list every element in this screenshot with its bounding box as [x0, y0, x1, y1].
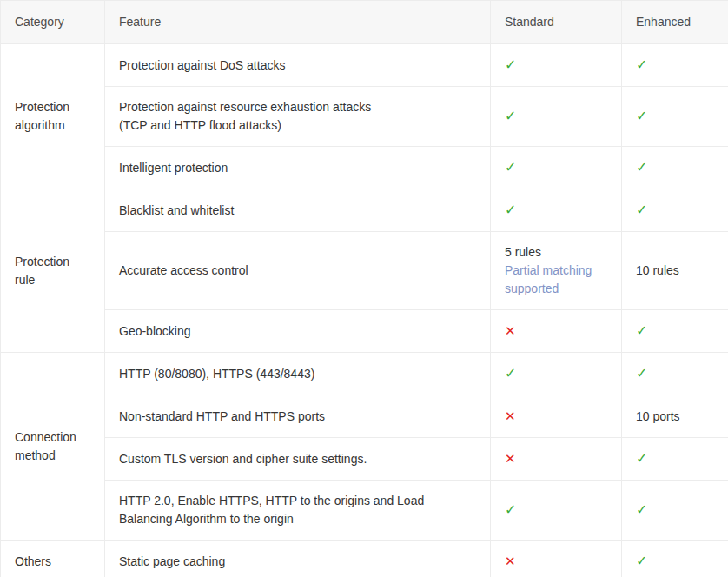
- category-cell-protection-algorithm: Protection algorithm: [1, 44, 105, 189]
- check-icon: ✓: [505, 502, 516, 517]
- category-cell-protection-rule: Protection rule: [1, 189, 105, 353]
- check-icon: ✓: [505, 57, 516, 72]
- check-icon: ✓: [636, 109, 647, 123]
- enhanced-cell: ✓: [622, 44, 728, 87]
- standard-cell: ✓: [491, 87, 622, 147]
- enhanced-cell: ✓: [622, 438, 728, 481]
- check-icon: ✓: [636, 502, 647, 517]
- enhanced-cell: ✓: [622, 353, 728, 395]
- enhanced-value: 10 rules: [636, 263, 679, 277]
- standard-cell: ✕: [491, 541, 622, 577]
- cross-icon: ✕: [505, 408, 516, 423]
- feature-cell: Protection against DoS attacks: [105, 44, 491, 87]
- standard-cell: ✓: [491, 189, 622, 232]
- enhanced-cell: ✓: [622, 189, 728, 232]
- table-row: Intelligent protection ✓ ✓: [1, 147, 728, 189]
- check-icon: ✓: [505, 202, 516, 217]
- enhanced-cell: ✓: [622, 481, 728, 541]
- standard-value: 5 rules: [505, 243, 607, 262]
- feature-cell: Intelligent protection: [105, 147, 491, 189]
- feature-comparison-page: Category Feature Standard Enhanced Prote…: [0, 0, 728, 577]
- enhanced-cell: ✓: [622, 147, 728, 189]
- table-row: Protection rule Blacklist and whitelist …: [1, 189, 728, 232]
- enhanced-cell: ✓: [622, 541, 728, 577]
- feature-cell: Static page caching: [105, 541, 491, 577]
- table-row: Accurate access control 5 rules Partial …: [1, 232, 728, 310]
- feature-comparison-table: Category Feature Standard Enhanced Prote…: [0, 0, 728, 577]
- check-icon: ✓: [636, 57, 647, 72]
- standard-cell: 5 rules Partial matching supported: [491, 232, 622, 310]
- enhanced-cell: ✓: [622, 87, 728, 147]
- standard-cell: ✓: [491, 44, 622, 87]
- check-icon: ✓: [636, 160, 647, 175]
- table-row: Connection method HTTP (80/8080), HTTPS …: [1, 353, 728, 395]
- check-icon: ✓: [505, 366, 516, 381]
- table-row: Protection against resource exhaustion a…: [1, 87, 728, 147]
- table-row: Others Static page caching ✕ ✓: [1, 541, 728, 577]
- feature-cell: HTTP (80/8080), HTTPS (443/8443): [105, 353, 491, 395]
- check-icon: ✓: [636, 451, 647, 466]
- table-row: HTTP 2.0, Enable HTTPS, HTTP to the orig…: [1, 481, 728, 541]
- standard-cell: ✕: [491, 395, 622, 438]
- standard-cell: ✕: [491, 310, 622, 353]
- header-row: Category Feature Standard Enhanced: [1, 1, 728, 44]
- check-icon: ✓: [636, 202, 647, 217]
- category-cell-connection-method: Connection method: [1, 353, 105, 541]
- header-standard: Standard: [491, 1, 622, 44]
- header-enhanced: Enhanced: [622, 1, 728, 44]
- standard-cell: ✓: [491, 353, 622, 395]
- feature-cell: Protection against resource exhaustion a…: [105, 87, 491, 147]
- check-icon: ✓: [505, 160, 516, 175]
- header-category: Category: [1, 1, 105, 44]
- check-icon: ✓: [636, 366, 647, 381]
- enhanced-cell: ✓: [622, 310, 728, 353]
- feature-cell: Blacklist and whitelist: [105, 189, 491, 232]
- feature-cell: Accurate access control: [105, 232, 491, 310]
- cross-icon: ✕: [505, 554, 516, 568]
- enhanced-cell: 10 rules: [622, 232, 728, 310]
- standard-cell: ✓: [491, 481, 622, 541]
- partial-matching-link[interactable]: Partial matching supported: [505, 262, 607, 298]
- table-row: Custom TLS version and cipher suite sett…: [1, 438, 728, 481]
- feature-cell: Geo-blocking: [105, 310, 491, 353]
- category-cell-others: Others: [1, 541, 105, 577]
- table-row: Protection algorithm Protection against …: [1, 44, 728, 87]
- cross-icon: ✕: [505, 451, 516, 466]
- enhanced-cell: 10 ports: [622, 395, 728, 438]
- feature-cell: Non-standard HTTP and HTTPS ports: [105, 395, 491, 438]
- table-row: Geo-blocking ✕ ✓: [1, 310, 728, 353]
- feature-cell: HTTP 2.0, Enable HTTPS, HTTP to the orig…: [105, 481, 491, 541]
- feature-cell: Custom TLS version and cipher suite sett…: [105, 438, 491, 481]
- header-feature: Feature: [105, 1, 491, 44]
- check-icon: ✓: [505, 109, 516, 123]
- standard-cell: ✓: [491, 147, 622, 189]
- check-icon: ✓: [636, 323, 647, 338]
- standard-cell: ✕: [491, 438, 622, 481]
- check-icon: ✓: [636, 554, 647, 568]
- enhanced-value: 10 ports: [636, 409, 680, 423]
- table-row: Non-standard HTTP and HTTPS ports ✕ 10 p…: [1, 395, 728, 438]
- cross-icon: ✕: [505, 323, 516, 338]
